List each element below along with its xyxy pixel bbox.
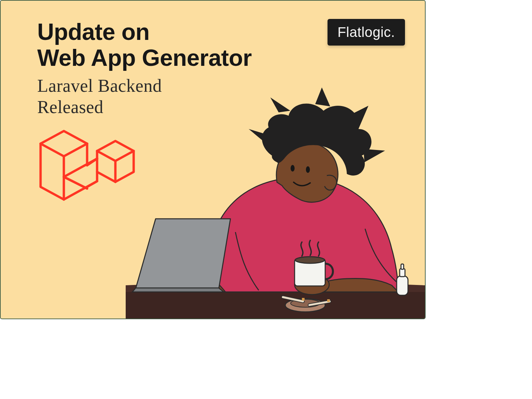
- svg-rect-11: [327, 299, 330, 302]
- person-illustration-icon: [126, 79, 425, 319]
- heading-line-1: Update on: [37, 19, 252, 45]
- laravel-logo-icon: [34, 127, 137, 207]
- main-heading: Update on Web App Generator: [37, 19, 252, 71]
- spray-bottle-icon: [397, 264, 408, 295]
- brand-badge: Flatlogic.: [328, 19, 405, 46]
- svg-rect-10: [302, 298, 305, 301]
- svg-rect-14: [401, 264, 404, 269]
- svg-point-5: [295, 257, 325, 263]
- svg-rect-13: [400, 269, 405, 277]
- heading-line-2: Web App Generator: [37, 45, 252, 71]
- laptop-icon: [132, 219, 230, 292]
- svg-point-2: [306, 166, 310, 173]
- brand-label: Flatlogic.: [337, 24, 395, 40]
- svg-rect-12: [397, 276, 408, 295]
- promo-card: Update on Web App Generator Laravel Back…: [0, 0, 426, 319]
- svg-point-1: [291, 165, 295, 172]
